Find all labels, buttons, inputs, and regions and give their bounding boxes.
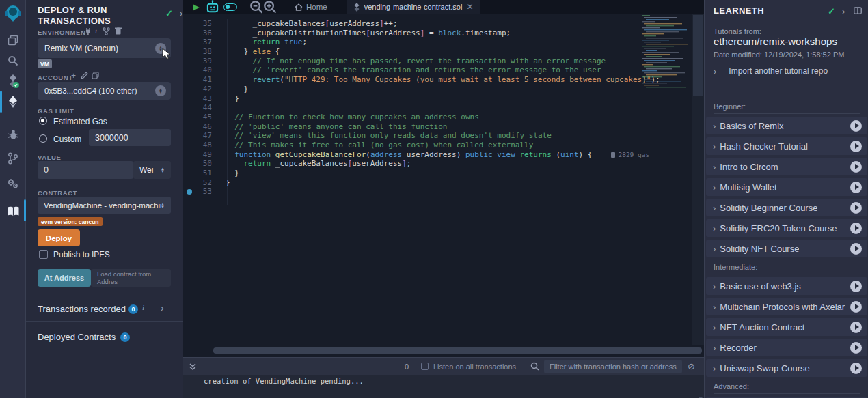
- play-tutorial-button[interactable]: [850, 322, 862, 333]
- info-icon[interactable]: i: [95, 27, 97, 35]
- trash-icon[interactable]: [115, 27, 122, 35]
- sidebar-item-deploy-run[interactable]: [0, 91, 26, 112]
- code-line-39[interactable]: 39// If not enough time has passed, reve…: [183, 57, 704, 66]
- code-line-41[interactable]: 41revert("HTTP 429: Too Many Cupcakes (y…: [183, 75, 704, 85]
- code-line-40[interactable]: 40// 'revert' cancels the transaction an…: [183, 66, 704, 75]
- play-tutorial-button[interactable]: [850, 243, 862, 255]
- editor-vertical-scrollbar[interactable]: [692, 14, 704, 345]
- code-line-50[interactable]: 50return _cupcakeBalances[userAddress];: [183, 159, 704, 169]
- play-tutorial-button[interactable]: [850, 141, 862, 152]
- at-address-input[interactable]: Load contract from Addres: [91, 269, 171, 287]
- close-tab-icon[interactable]: ✕: [466, 2, 473, 12]
- play-tutorial-button[interactable]: [850, 182, 862, 193]
- custom-gas-radio[interactable]: [39, 134, 47, 143]
- deploy-button[interactable]: Deploy: [38, 229, 80, 246]
- account-select[interactable]: 0x5B3...eddC4 (100 ether) ▲▼: [38, 82, 171, 100]
- code-line-44[interactable]: 44: [183, 103, 704, 113]
- tutorial-item[interactable]: ›NFT Auction Contract: [706, 318, 867, 336]
- play-tutorial-button[interactable]: [850, 120, 862, 132]
- play-tutorial-button[interactable]: [850, 202, 862, 214]
- info-icon[interactable]: i: [142, 303, 144, 311]
- import-tutorial-repo[interactable]: › Import another tutorial repo: [714, 66, 828, 76]
- clear-filter-icon[interactable]: ⊘: [688, 361, 695, 371]
- code-line-49[interactable]: 49function getCupcakeBalanceFor(address …: [183, 150, 704, 160]
- plus-icon[interactable]: +: [71, 71, 76, 81]
- line-number: 41: [183, 75, 212, 85]
- terminal-bar: 0 Listen on all transactions ⊘: [183, 357, 704, 375]
- tutorial-item[interactable]: ›Solidity NFT Course: [706, 240, 867, 257]
- code-text: // 'revert' cancels the transaction and …: [226, 66, 601, 75]
- ai-assistant-robot-icon[interactable]: [205, 0, 220, 14]
- publish-ipfs-checkbox[interactable]: [39, 250, 48, 259]
- code-line-52[interactable]: 52}: [183, 178, 704, 188]
- sidebar-item-search[interactable]: [0, 51, 26, 71]
- listen-all-transactions-checkbox[interactable]: [421, 363, 429, 370]
- code-line-45[interactable]: 45// Function to check how many cupcakes…: [183, 113, 704, 122]
- sidebar-item-debugger[interactable]: [0, 124, 26, 145]
- mouse-cursor: [162, 48, 172, 60]
- contract-value: VendingMachine - vending-machin: [44, 201, 161, 210]
- code-line-42[interactable]: 42}: [183, 85, 704, 94]
- code-line-47[interactable]: 47// 'view' means this function only rea…: [183, 131, 704, 141]
- terminal-filter-input[interactable]: [544, 360, 682, 373]
- value-unit-select[interactable]: Wei ▲▼: [133, 161, 171, 179]
- chevron-right-icon[interactable]: ›: [842, 6, 845, 16]
- estimated-gas-radio[interactable]: [39, 117, 47, 125]
- collapse-terminal-icon[interactable]: [189, 363, 197, 371]
- tutorial-item[interactable]: ›Multisig Wallet: [706, 178, 867, 196]
- tutorial-item[interactable]: ›Uniswap Swap Course: [706, 359, 867, 377]
- code-line-48[interactable]: 48// This makes it free to call (no gas …: [183, 141, 704, 150]
- code-line-46[interactable]: 46// 'public' means anyone can call this…: [183, 122, 704, 132]
- code-line-38[interactable]: 38} else {: [183, 47, 704, 57]
- tutorial-item[interactable]: ›Basics of Remix: [706, 117, 867, 134]
- tutorial-item[interactable]: ›Solidity Beginner Course: [706, 199, 867, 216]
- tutorial-item[interactable]: ›Basic use of web3.js: [706, 277, 867, 295]
- environment-select[interactable]: Remix VM (Cancun) ▲▼: [38, 38, 171, 58]
- play-tutorial-button[interactable]: [850, 281, 862, 292]
- custom-gas-input[interactable]: 3000000: [89, 129, 171, 146]
- tab-home[interactable]: Home: [288, 0, 334, 14]
- ai-toggle-switch[interactable]: [220, 0, 241, 14]
- code-line-35[interactable]: 35_cupcakeBalances[userAddress]++;: [183, 19, 704, 29]
- sidebar-item-plugin-manager[interactable]: [0, 173, 26, 194]
- chevron-right-icon[interactable]: ›: [161, 302, 164, 313]
- editor-horizontal-scrollbar[interactable]: [183, 345, 704, 357]
- chevron-right-icon[interactable]: ›: [180, 8, 182, 18]
- tab-file-active[interactable]: vending-machine-contract.sol ✕: [347, 0, 480, 14]
- pencil-icon[interactable]: [81, 72, 88, 79]
- tutorial-item[interactable]: ›Solidity ERC20 Token Course: [706, 219, 867, 237]
- line-number: 40: [183, 66, 212, 75]
- fork-icon[interactable]: [103, 27, 110, 35]
- play-tutorial-button[interactable]: [850, 301, 862, 313]
- code-line-36[interactable]: 36_cupcakeDistributionTimes[userAddress]…: [183, 29, 704, 38]
- tutorial-item[interactable]: ›Recorder: [706, 339, 867, 356]
- run-script-icon[interactable]: ▶: [187, 0, 205, 14]
- sidebar-item-solidity-compiler[interactable]: [0, 71, 26, 91]
- tutorial-item[interactable]: ›Multichain Protocols with Axelar: [706, 298, 867, 315]
- sidebar-item-learneth[interactable]: [0, 201, 26, 222]
- code-line-53[interactable]: 53: [183, 187, 704, 197]
- contract-select[interactable]: VendingMachine - vending-machin ▲▼: [38, 197, 171, 214]
- zoom-in-icon[interactable]: [263, 0, 277, 14]
- line-number: 38: [183, 47, 212, 57]
- code-line-51[interactable]: 51}: [183, 169, 704, 178]
- sidebar-item-git[interactable]: [0, 148, 26, 169]
- sidebar-item-file-explorer[interactable]: [0, 30, 26, 51]
- code-line-43[interactable]: 43}: [183, 94, 704, 104]
- play-tutorial-button[interactable]: [850, 363, 862, 374]
- minimap[interactable]: [639, 15, 692, 89]
- code-line-37[interactable]: 37return true;: [183, 38, 704, 47]
- tutorial-item[interactable]: ›Hash Checker Tutorial: [706, 137, 867, 155]
- value-input[interactable]: 0: [38, 161, 133, 179]
- zoom-out-icon[interactable]: [249, 0, 263, 14]
- play-tutorial-button[interactable]: [850, 342, 862, 354]
- tutorial-item[interactable]: ›Intro to Circom: [706, 158, 867, 175]
- play-tutorial-button[interactable]: [850, 161, 862, 173]
- panel-icon[interactable]: [854, 7, 862, 14]
- plug-icon[interactable]: [85, 27, 92, 35]
- play-tutorial-button[interactable]: [850, 223, 862, 234]
- remix-logo[interactable]: [0, 3, 26, 25]
- copy-icon[interactable]: [92, 72, 99, 79]
- code-editor[interactable]: 35_cupcakeBalances[userAddress]++;36_cup…: [183, 14, 704, 345]
- at-address-button[interactable]: At Address: [38, 269, 91, 287]
